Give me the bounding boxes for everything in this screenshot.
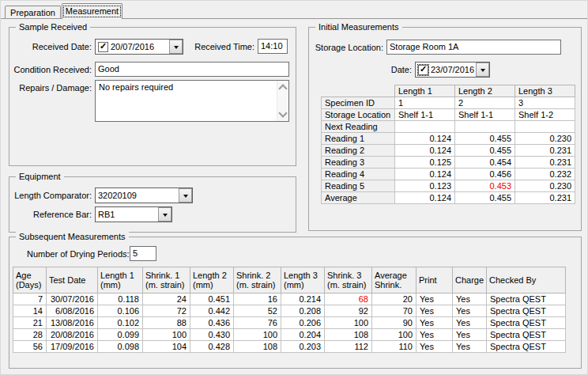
table-cell[interactable]: 14 [13,305,47,317]
table-cell[interactable]: 0.231 [515,157,575,169]
table-cell[interactable]: 0.455 [455,145,515,157]
table-cell[interactable]: 3 [515,97,575,109]
table-cell[interactable]: 0.124 [395,133,455,145]
table-cell[interactable]: 0.455 [455,133,515,145]
received-time-input[interactable]: 14:10 [258,39,288,54]
table-cell[interactable]: Yes [453,317,487,329]
table-cell[interactable]: 0.125 [395,157,455,169]
received-date-checkbox[interactable]: ✓ [98,42,108,52]
table-cell[interactable]: 0.454 [455,157,515,169]
table-cell[interactable]: 0.442 [190,305,234,317]
table-cell[interactable]: Spectra QEST [487,305,566,317]
table-cell[interactable]: Shelf 1-2 [515,109,575,121]
scroll-down-icon[interactable] [278,108,287,117]
table-cell[interactable]: 0.436 [190,317,234,329]
reference-bar-dropdown-button[interactable] [158,207,172,222]
table-cell[interactable]: 2 [455,97,515,109]
table-cell[interactable] [515,121,575,133]
table-cell[interactable]: 108 [234,341,281,353]
table-cell[interactable]: Shelf 1-1 [395,109,455,121]
tab-preparation[interactable]: Preparation [5,6,61,19]
table-cell[interactable]: Shelf 1-1 [455,109,515,121]
table-cell[interactable]: 0.203 [281,341,325,353]
table-cell[interactable]: Yes [416,305,453,317]
table-cell[interactable]: Spectra QEST [487,317,566,329]
table-cell[interactable]: 0.124 [395,145,455,157]
table-cell[interactable]: 0.102 [98,317,143,329]
table-cell[interactable]: 0.456 [455,169,515,180]
table-cell[interactable]: 72 [143,305,190,317]
table-cell[interactable]: 100 [143,329,190,341]
storage-location-input[interactable]: Storage Room 1A [386,40,561,55]
table-cell[interactable]: 0.430 [190,329,234,341]
table-cell[interactable]: 104 [143,341,190,353]
initial-date-dropdown-button[interactable] [476,62,489,77]
table-cell[interactable]: 112 [325,341,372,353]
table-cell[interactable] [395,121,455,133]
condition-received-input[interactable]: Good [95,62,289,77]
table-cell[interactable]: 92 [325,305,372,317]
table-cell[interactable]: 76 [234,317,281,329]
table-cell[interactable]: 0.230 [515,180,575,192]
table-cell[interactable]: 21 [13,317,47,329]
table-cell[interactable]: 0.214 [281,294,325,305]
table-cell[interactable]: 0.451 [190,294,234,305]
length-comparator-dropdown-button[interactable] [179,188,192,203]
table-cell[interactable]: 28 [13,329,47,341]
drying-periods-input[interactable]: 5 [130,246,156,261]
table-cell[interactable]: 0.453 [455,180,515,192]
table-cell[interactable]: 100 [234,329,281,341]
table-cell[interactable]: 0.204 [281,329,325,341]
table-cell[interactable]: 100 [372,329,416,341]
table-cell[interactable]: 68 [325,294,372,305]
table-cell[interactable]: 20/08/2016 [47,329,98,341]
textarea-scrollbar[interactable] [277,81,288,121]
table-cell[interactable]: 100 [325,317,372,329]
table-cell[interactable]: 110 [372,341,416,353]
table-cell[interactable]: Yes [416,317,453,329]
table-cell[interactable]: 0.206 [281,317,325,329]
table-cell[interactable]: Spectra QEST [487,294,566,305]
table-cell[interactable]: 24 [143,294,190,305]
table-cell[interactable]: Yes [453,329,487,341]
repairs-damage-textarea[interactable]: No repairs required [95,80,289,122]
table-cell[interactable]: 0.106 [98,305,143,317]
table-cell[interactable]: Yes [453,341,487,353]
table-cell[interactable]: 90 [372,317,416,329]
table-cell[interactable]: 0.230 [515,133,575,145]
table-cell[interactable]: 7 [13,294,47,305]
table-cell[interactable]: Yes [453,305,487,317]
received-date-dropdown-button[interactable] [169,40,183,54]
table-cell[interactable]: 30/07/2016 [47,294,98,305]
table-cell[interactable]: 52 [234,305,281,317]
table-cell[interactable]: 0.231 [515,145,575,157]
tab-measurement[interactable]: Measurement [62,3,122,19]
table-cell[interactable]: Yes [416,329,453,341]
initial-date-picker[interactable]: ✓ 23/07/2016 [415,62,490,78]
table-cell[interactable]: 0.231 [515,192,575,204]
table-cell[interactable]: 0.455 [455,192,515,204]
table-cell[interactable]: Yes [416,341,453,353]
table-cell[interactable]: 0.124 [395,192,455,204]
table-cell[interactable]: Yes [416,294,453,305]
table-cell[interactable] [455,121,515,133]
table-cell[interactable]: 70 [372,305,416,317]
table-cell[interactable]: 108 [325,329,372,341]
table-cell[interactable]: 17/09/2016 [47,341,98,353]
table-cell[interactable]: 0.428 [190,341,234,353]
table-cell[interactable]: 13/08/2016 [47,317,98,329]
table-cell[interactable]: 0.099 [98,329,143,341]
table-cell[interactable]: 0.124 [395,169,455,180]
table-cell[interactable]: Spectra QEST [487,329,566,341]
table-cell[interactable]: 0.208 [281,305,325,317]
table-cell[interactable]: 6/08/2016 [47,305,98,317]
table-cell[interactable]: 20 [372,294,416,305]
reference-bar-select[interactable]: RB1 [95,206,172,222]
table-cell[interactable]: 0.098 [98,341,143,353]
scroll-up-icon[interactable] [278,84,287,93]
length-comparator-select[interactable]: 32020109 [95,188,193,203]
initial-date-checkbox[interactable]: ✓ [418,65,428,75]
table-cell[interactable]: Spectra QEST [487,341,566,353]
table-cell[interactable]: 88 [143,317,190,329]
table-cell[interactable]: Yes [453,294,487,305]
